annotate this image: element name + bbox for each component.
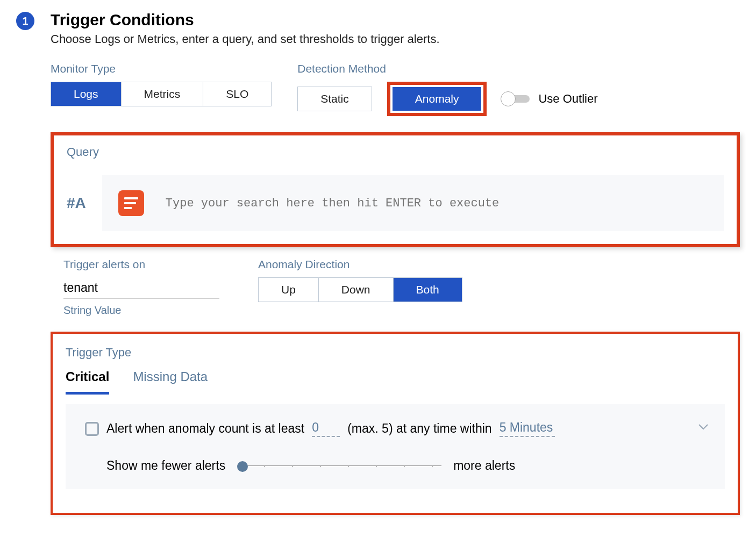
monitor-type-logs[interactable]: Logs bbox=[51, 82, 122, 106]
use-outlier-toggle[interactable]: Use Outlier bbox=[502, 92, 597, 106]
query-section: Query #A bbox=[51, 132, 740, 247]
alert-text-2: (max. 5) at any time within bbox=[347, 421, 491, 436]
alert-panel: Alert when anomaly count is at least (ma… bbox=[66, 404, 725, 489]
trigger-type-label: Trigger Type bbox=[66, 346, 725, 360]
trigger-on-hint: String Value bbox=[63, 304, 219, 317]
svg-rect-1 bbox=[124, 202, 136, 204]
query-list-icon bbox=[118, 190, 144, 216]
step-number-badge: 1 bbox=[16, 12, 34, 30]
section-subtitle: Choose Logs or Metrics, enter a query, a… bbox=[51, 32, 740, 46]
detection-anomaly[interactable]: Anomaly bbox=[393, 87, 482, 111]
svg-rect-2 bbox=[124, 207, 132, 209]
slider-thumb[interactable] bbox=[237, 461, 248, 472]
alert-text-1: Alert when anomaly count is at least bbox=[106, 421, 304, 436]
trigger-type-section: Trigger Type Critical Missing Data Alert… bbox=[51, 332, 740, 515]
anomaly-highlight: Anomaly bbox=[387, 82, 487, 116]
svg-rect-0 bbox=[124, 197, 138, 199]
anomaly-direction-label: Anomaly Direction bbox=[258, 258, 462, 271]
monitor-type-metrics[interactable]: Metrics bbox=[122, 82, 204, 106]
detection-method-group: Detection Method Static Anomaly Use Outl… bbox=[297, 62, 597, 116]
tab-critical[interactable]: Critical bbox=[66, 369, 109, 395]
time-window-select[interactable]: 5 Minutes bbox=[500, 420, 555, 437]
direction-both[interactable]: Both bbox=[394, 278, 462, 302]
use-outlier-label: Use Outlier bbox=[538, 92, 597, 106]
collapse-icon[interactable] bbox=[698, 422, 709, 432]
alert-checkbox[interactable] bbox=[85, 422, 99, 436]
direction-down[interactable]: Down bbox=[319, 278, 394, 302]
detection-static[interactable]: Static bbox=[298, 87, 372, 111]
anomaly-direction-group: Anomaly Direction Up Down Both bbox=[258, 258, 462, 317]
query-input[interactable] bbox=[166, 197, 708, 210]
direction-up[interactable]: Up bbox=[259, 278, 319, 302]
query-label: Query bbox=[67, 145, 724, 159]
detection-method-label: Detection Method bbox=[297, 62, 597, 75]
section-title: Trigger Conditions bbox=[51, 11, 740, 29]
monitor-type-group: Monitor Type Logs Metrics SLO bbox=[51, 62, 272, 106]
query-id: #A bbox=[67, 195, 86, 212]
trigger-on-input[interactable] bbox=[63, 277, 219, 299]
tab-missing-data[interactable]: Missing Data bbox=[133, 369, 208, 395]
slider-left-label: Show me fewer alerts bbox=[106, 458, 225, 473]
monitor-type-label: Monitor Type bbox=[51, 62, 272, 75]
trigger-on-group: Trigger alerts on String Value bbox=[63, 258, 219, 317]
monitor-type-slo[interactable]: SLO bbox=[203, 82, 271, 106]
toggle-switch-icon[interactable] bbox=[502, 95, 530, 103]
trigger-on-label: Trigger alerts on bbox=[63, 258, 219, 271]
slider-right-label: more alerts bbox=[453, 458, 515, 473]
sensitivity-slider[interactable] bbox=[237, 465, 441, 467]
anomaly-count-input[interactable] bbox=[312, 420, 340, 437]
